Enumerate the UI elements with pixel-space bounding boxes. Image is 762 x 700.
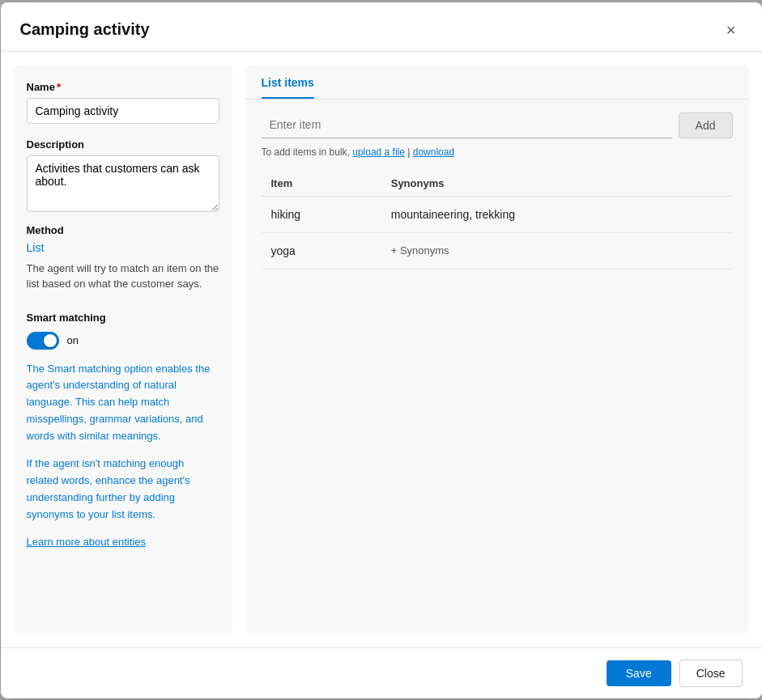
modal-footer: Save Close xyxy=(1,647,762,698)
enter-item-input[interactable] xyxy=(262,112,672,138)
modal-header: Camping activity × xyxy=(1,2,762,52)
name-input[interactable] xyxy=(27,98,219,124)
right-panel: List items Add To add items in bulk, upl… xyxy=(245,65,749,634)
add-item-button[interactable]: Add xyxy=(679,112,733,138)
save-button[interactable]: Save xyxy=(607,660,671,686)
learn-more-link[interactable]: Learn more about entities xyxy=(27,536,146,548)
left-panel: Name* Description Activities that custom… xyxy=(14,65,232,634)
method-value: List xyxy=(27,241,219,254)
name-field-group: Name* xyxy=(27,81,219,124)
items-table: Item Synonyms hikingmountaineering, trek… xyxy=(262,171,733,269)
upload-file-link[interactable]: upload a file xyxy=(352,146,405,158)
smart-matching-toggle[interactable] xyxy=(27,332,59,350)
table-row: yoga+ Synonyms xyxy=(262,232,733,269)
camping-activity-modal: Camping activity × Name* Description Act… xyxy=(1,2,762,698)
required-star: * xyxy=(57,81,61,93)
method-group: Method List The agent will try to match … xyxy=(27,224,219,292)
add-synonyms-button[interactable]: + Synonyms xyxy=(391,244,449,257)
toggle-text: on xyxy=(67,334,79,346)
col-item-header: Item xyxy=(262,171,381,197)
modal-close-button[interactable]: × xyxy=(720,19,743,41)
method-description: The agent will try to match an item on t… xyxy=(27,261,219,292)
footer-close-button[interactable]: Close xyxy=(679,660,743,687)
item-name-cell: hiking xyxy=(262,196,381,232)
modal-body: Name* Description Activities that custom… xyxy=(1,52,762,647)
toggle-row: on xyxy=(27,332,219,350)
smart-matching-section: Smart matching on The Smart matching opt… xyxy=(27,312,219,548)
bulk-text: To add items in bulk, upload a file | do… xyxy=(262,146,733,158)
right-content: Add To add items in bulk, upload a file … xyxy=(245,100,749,634)
description-label: Description xyxy=(27,138,219,151)
add-item-row: Add xyxy=(262,112,733,138)
name-label: Name* xyxy=(27,81,219,93)
method-label: Method xyxy=(27,224,219,236)
download-link[interactable]: download xyxy=(413,146,454,158)
modal-title: Camping activity xyxy=(20,20,150,39)
description-field-group: Description Activities that customers ca… xyxy=(27,138,219,214)
smart-desc-1: The Smart matching option enables the ag… xyxy=(27,361,219,445)
col-synonyms-header: Synonyms xyxy=(381,171,733,197)
item-synonyms-cell: + Synonyms xyxy=(381,232,733,269)
tabs-bar: List items xyxy=(245,65,749,100)
item-name-cell: yoga xyxy=(262,232,381,269)
list-items-tab[interactable]: List items xyxy=(262,65,314,99)
table-row: hikingmountaineering, trekking xyxy=(262,196,733,232)
description-textarea[interactable]: Activities that customers can ask about. xyxy=(27,155,219,212)
smart-matching-title: Smart matching xyxy=(27,312,219,324)
item-synonyms-cell: mountaineering, trekking xyxy=(381,196,733,232)
smart-desc-2: If the agent isn't matching enough relat… xyxy=(27,456,219,523)
